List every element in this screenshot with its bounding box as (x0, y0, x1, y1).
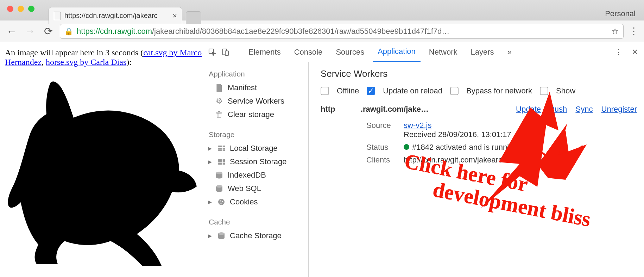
database-icon (217, 232, 226, 240)
sidebar-item-session-storage[interactable]: ▶ Session Storage (203, 155, 308, 168)
sidebar-item-label: Cache Storage (230, 231, 282, 240)
database-icon (215, 184, 223, 193)
trash-icon: 🗑 (215, 110, 223, 119)
sw-action-links: Update Push Sync Unregister (510, 105, 637, 114)
sw-source-row: Source sw-v2.js Received 28/09/2016, 13:… (366, 121, 644, 139)
svg-rect-4 (218, 147, 225, 148)
sidebar-item-label: Web SQL (228, 184, 261, 193)
scope-prefix: http (321, 105, 335, 113)
tab-overflow-icon[interactable]: » (503, 43, 517, 62)
sw-clients-row: Clients http://cdn.rawgit.com/jakearchib… (366, 155, 644, 165)
checkbox-update-on-reload[interactable]: ✓ (367, 87, 375, 95)
forward-button[interactable]: → (23, 25, 37, 38)
svg-rect-2 (225, 51, 228, 55)
clients-text: http://cdn.rawgit.com/jakearchibald/8036… (404, 155, 564, 165)
checkbox-bypass-for-network[interactable] (450, 87, 459, 95)
horse-image (5, 68, 203, 268)
tab-layers[interactable]: Layers (466, 43, 499, 62)
address-bar[interactable]: 🔒 https://cdn.rawgit.com/jakearchibald/8… (60, 24, 624, 39)
intro-suffix: ): (126, 57, 132, 67)
sidebar-item-clear-storage[interactable]: 🗑 Clear storage (203, 108, 308, 121)
tab-network[interactable]: Network (424, 43, 462, 62)
intro-sep: , (42, 57, 46, 67)
checkbox-show-all[interactable] (540, 87, 548, 95)
link-unregister[interactable]: Unregister (601, 105, 637, 113)
link-update[interactable]: Update (516, 105, 541, 113)
reload-button[interactable]: ⟳ (42, 25, 55, 38)
svg-point-22 (218, 233, 225, 235)
maximize-window-button[interactable] (28, 6, 34, 12)
url-scheme: https (77, 27, 94, 36)
devtools-close-icon[interactable]: ✕ (630, 47, 640, 57)
page-intro: An image will appear here in 3 seconds (… (5, 48, 203, 67)
sw-options-row: Offline ✓ Update on reload Bypass for ne… (321, 86, 644, 96)
browser-menu-icon[interactable]: ⋮ (629, 26, 639, 37)
bookmark-star-icon[interactable]: ☆ (611, 26, 619, 36)
detail-label: Status (366, 143, 398, 152)
sidebar-item-label: Manifest (228, 83, 257, 92)
checkbox-label: Bypass for network (466, 86, 532, 96)
devtools-body: Application Manifest ⚙ Service Workers 🗑… (203, 62, 644, 277)
sidebar-item-websql[interactable]: Web SQL (203, 182, 308, 195)
link-sync[interactable]: Sync (575, 105, 593, 113)
expand-icon[interactable]: ▶ (208, 146, 213, 151)
sidebar-item-label: Local Storage (230, 144, 278, 153)
url-host: ://cdn.rawgit.com (94, 27, 152, 36)
sidebar-group-cache: Cache (203, 215, 308, 229)
tab-console[interactable]: Console (289, 43, 328, 62)
checkbox-label: Offline (337, 86, 359, 96)
checkbox-offline[interactable] (321, 87, 329, 95)
tab-sources[interactable]: Sources (331, 43, 369, 62)
svg-rect-3 (218, 146, 225, 151)
received-text: Received 28/09/2016, 13:01:17 (404, 130, 511, 139)
tab-title: https://cdn.rawgit.com/jakearc (64, 12, 158, 20)
intro-prefix: An image will appear here in 3 seconds ( (5, 48, 143, 57)
link-horse-svg[interactable]: horse.svg by Carla Dias (46, 57, 126, 67)
close-window-button[interactable] (7, 6, 13, 12)
expand-icon[interactable]: ▶ (208, 233, 213, 239)
link-stop[interactable]: stop (524, 143, 539, 152)
svg-point-17 (218, 199, 225, 205)
sw-status-row: Status #1842 activated and is running st… (366, 143, 644, 152)
link-push[interactable]: Push (549, 105, 567, 113)
sidebar-item-cookies[interactable]: ▶ Cookies (203, 195, 308, 209)
devtools-panel: Elements Console Sources Application Net… (203, 42, 644, 277)
tab-application[interactable]: Application (373, 42, 421, 62)
database-icon (215, 171, 223, 179)
tab-close-icon[interactable]: × (172, 11, 177, 20)
window-titlebar: https://cdn.rawgit.com/jakearc × Persona… (0, 0, 644, 20)
device-toggle-icon[interactable] (221, 47, 231, 57)
tab-elements[interactable]: Elements (244, 43, 286, 62)
page-icon (54, 12, 61, 20)
browser-tab[interactable]: https://cdn.rawgit.com/jakearc × (49, 7, 182, 24)
svg-rect-11 (220, 159, 220, 165)
sidebar-item-indexeddb[interactable]: IndexedDB (203, 168, 308, 182)
svg-rect-6 (220, 146, 220, 151)
file-icon (215, 84, 223, 92)
sidebar-item-service-workers[interactable]: ⚙ Service Workers (203, 94, 308, 108)
sidebar-item-manifest[interactable]: Manifest (203, 81, 308, 94)
sidebar-item-local-storage[interactable]: ▶ Local Storage (203, 142, 308, 155)
traffic-lights (5, 4, 38, 12)
sidebar-group-storage: Storage (203, 128, 308, 142)
expand-icon[interactable]: ▶ (208, 199, 213, 205)
profile-label[interactable]: Personal (605, 9, 636, 18)
sidebar-item-cache-storage[interactable]: ▶ Cache Storage (203, 229, 308, 242)
svg-rect-10 (218, 162, 225, 163)
new-tab-button[interactable] (186, 11, 201, 24)
svg-point-20 (221, 203, 222, 204)
devtools-tabbar: Elements Console Sources Application Net… (203, 42, 644, 62)
sidebar-item-label: Cookies (230, 197, 258, 207)
link-source-file[interactable]: sw-v2.js (404, 121, 431, 130)
sidebar-item-label: IndexedDB (228, 171, 266, 180)
inspect-icon[interactable] (207, 47, 217, 57)
svg-rect-5 (218, 149, 225, 149)
back-button[interactable]: ← (5, 25, 18, 38)
devtools-menu-icon[interactable]: ⋮ (614, 47, 624, 57)
gear-icon: ⚙ (215, 97, 223, 105)
minimize-window-button[interactable] (18, 6, 24, 12)
expand-icon[interactable]: ▶ (208, 159, 213, 165)
svg-rect-7 (222, 146, 223, 151)
panel-heading: Service Workers (321, 68, 644, 79)
checkbox-label: Show (556, 86, 575, 96)
